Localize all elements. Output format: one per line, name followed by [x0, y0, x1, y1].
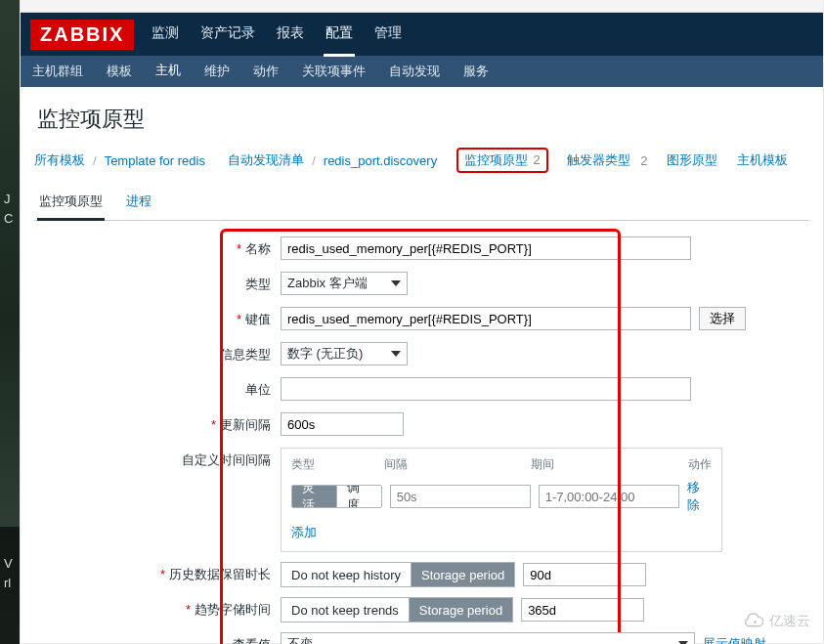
show-value-map-link[interactable]: 展示值映射 [703, 635, 766, 644]
key-select-button[interactable]: 选择 [699, 307, 746, 330]
crumb-trigger-count: 2 [640, 153, 647, 168]
ci-interval-input[interactable] [390, 485, 531, 508]
crumb-sep: / [312, 153, 316, 168]
trend-mode-toggle[interactable]: Do not keep trends Storage period [281, 597, 513, 623]
zabbix-logo[interactable]: ZABBIX [30, 20, 134, 50]
tab-process[interactable]: 进程 [124, 187, 153, 220]
update-interval-input[interactable] [281, 412, 404, 436]
label-type: 类型 [34, 272, 281, 293]
bg-text: V [4, 556, 13, 571]
top-nav: 监测 资产记录 报表 配置 管理 [150, 13, 404, 57]
svg-point-0 [754, 621, 757, 623]
history-storage-period[interactable]: Storage period [411, 563, 514, 586]
ci-add-link[interactable]: 添加 [291, 525, 317, 539]
crumb-template[interactable]: Template for redis [105, 153, 205, 168]
label-info-type: 信息类型 [34, 342, 281, 364]
label-key: 键值 [34, 307, 281, 328]
nav-inventory[interactable]: 资产记录 [198, 13, 257, 57]
bg-text: J [4, 192, 11, 206]
type-select[interactable]: Zabbix 客户端 [281, 272, 408, 295]
label-update-interval: 更新间隔 [34, 412, 281, 434]
subnav-discovery[interactable]: 自动发现 [387, 55, 442, 88]
ci-head-period: 期间 [531, 456, 674, 473]
ci-period-input[interactable] [539, 485, 679, 508]
watermark: 亿速云 [738, 613, 810, 630]
custom-interval-box: 类型 间隔 期间 动作 灵活 调度 移除 [281, 448, 722, 552]
ci-head-interval: 间隔 [384, 456, 531, 473]
subnav-hosts[interactable]: 主机 [153, 54, 183, 90]
subnav-templates[interactable]: 模板 [105, 55, 134, 88]
label-unit: 单位 [34, 377, 281, 399]
form-tabs: 监控项原型 进程 [34, 187, 809, 221]
label-name: 名称 [34, 236, 281, 258]
crumb-discovery-rule[interactable]: redis_port.discovery [324, 153, 437, 168]
crumb-host-prototypes[interactable]: 主机模板 [737, 151, 788, 169]
trend-storage-period[interactable]: Storage period [409, 598, 512, 622]
subnav-actions[interactable]: 动作 [251, 55, 281, 88]
trend-value-input[interactable] [521, 598, 644, 622]
breadcrumb: 所有模板 / Template for redis 自动发现清单 / redis… [34, 148, 809, 173]
subnav-services[interactable]: 服务 [461, 55, 491, 88]
unit-input[interactable] [281, 377, 691, 401]
history-donotkeep[interactable]: Do not keep history [282, 563, 411, 586]
bg-text: rl [4, 576, 11, 590]
ci-flexible-pill[interactable]: 灵活 [292, 486, 336, 507]
page-title: 监控项原型 [37, 105, 809, 134]
crumb-discovery-list[interactable]: 自动发现清单 [228, 151, 304, 169]
label-show-value: 查看值 [34, 632, 281, 644]
label-history: 历史数据保留时长 [34, 562, 281, 583]
subnav-maintenance[interactable]: 维护 [202, 55, 232, 88]
sub-nav: 主机群组 模板 主机 维护 动作 关联项事件 自动发现 服务 [21, 56, 823, 87]
ci-type-toggle[interactable]: 灵活 调度 [291, 485, 382, 508]
bg-text: C [4, 211, 13, 226]
crumb-graph-prototypes[interactable]: 图形原型 [667, 151, 717, 169]
crumb-all-templates[interactable]: 所有模板 [34, 151, 85, 169]
ci-head-action: 动作 [674, 456, 712, 473]
key-input[interactable] [281, 307, 691, 330]
nav-reports[interactable]: 报表 [275, 13, 306, 57]
browser-chrome-strip [21, 0, 823, 13]
show-value-select[interactable]: 不变 [281, 632, 695, 644]
nav-monitoring[interactable]: 监测 [150, 13, 181, 57]
label-trend: 趋势字储时间 [34, 597, 281, 619]
crumb-item-proto-count: 2 [533, 152, 540, 167]
nav-configuration[interactable]: 配置 [324, 13, 355, 57]
subnav-hostgroups[interactable]: 主机群组 [30, 55, 85, 88]
history-value-input[interactable] [523, 563, 646, 586]
info-type-select[interactable]: 数字 (无正负) [281, 342, 408, 365]
label-custom-interval: 自定义时间间隔 [34, 448, 281, 469]
crumb-sep: / [93, 153, 97, 168]
ci-head-type: 类型 [291, 456, 384, 473]
ci-remove-link[interactable]: 移除 [687, 479, 712, 514]
main-header: ZABBIX 监测 资产记录 报表 配置 管理 [21, 13, 823, 56]
crumb-trigger-prototypes[interactable]: 触发器类型 [567, 151, 630, 169]
crumb-item-proto-highlight: 监控项原型 2 [456, 148, 548, 173]
nav-administration[interactable]: 管理 [372, 13, 404, 57]
trend-donotkeep[interactable]: Do not keep trends [282, 598, 409, 622]
history-mode-toggle[interactable]: Do not keep history Storage period [281, 562, 515, 587]
subnav-correlation[interactable]: 关联项事件 [300, 55, 368, 88]
ci-scheduling-pill[interactable]: 调度 [336, 486, 381, 507]
crumb-item-prototypes[interactable]: 监控项原型 [464, 152, 528, 167]
name-input[interactable] [281, 236, 691, 260]
cloud-icon [738, 613, 765, 630]
tab-item-prototype[interactable]: 监控项原型 [37, 187, 105, 221]
